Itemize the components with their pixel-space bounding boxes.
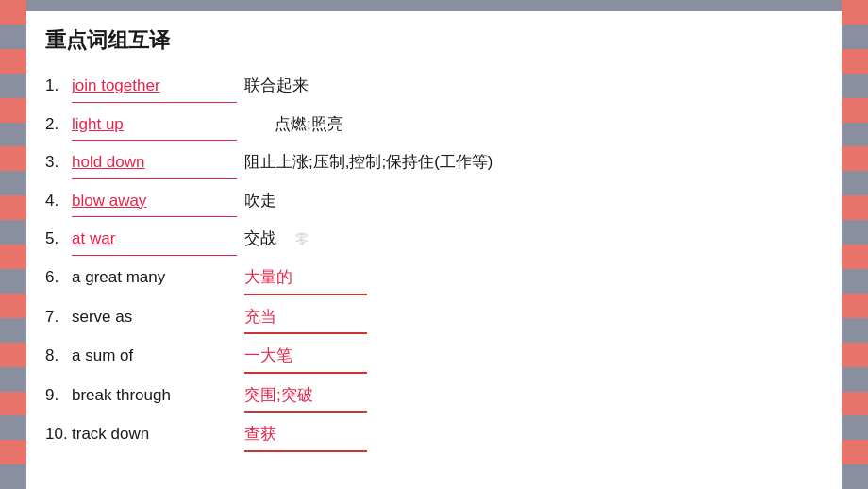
vocab-list: 1. join together 联合起来 2. light up 点燃;照亮 … <box>45 72 813 452</box>
right-border <box>842 0 868 489</box>
border-segment <box>842 123 868 147</box>
border-segment <box>842 220 868 244</box>
item-number: 7. <box>45 303 72 332</box>
page-title: 重点词组互译 <box>45 26 813 55</box>
list-item: 8. a sum of 一大笔 <box>45 342 813 374</box>
border-segment <box>842 464 868 489</box>
border-segment <box>842 294 868 318</box>
border-segment <box>0 392 26 416</box>
english-phrase: track down <box>72 420 237 449</box>
list-item: 6. a great many 大量的 <box>45 263 813 295</box>
border-segment <box>0 220 26 244</box>
english-phrase: join together <box>72 72 237 103</box>
chinese-answer: 查获 <box>244 420 367 452</box>
list-item: 9. break through 突围;突破 <box>45 381 813 413</box>
list-item: 7. serve as 充当 <box>45 303 813 335</box>
border-segment <box>0 464 26 489</box>
english-phrase: light up <box>72 110 237 142</box>
item-number: 1. <box>45 72 72 101</box>
item-number: 3. <box>45 148 72 177</box>
border-segment <box>842 146 868 171</box>
english-phrase: hold down <box>72 148 237 179</box>
chinese-translation: 联合起来 <box>244 72 309 101</box>
border-segment <box>0 123 26 147</box>
border-segment <box>842 195 868 220</box>
border-segment <box>0 367 26 392</box>
border-segment <box>0 25 26 49</box>
border-segment <box>842 171 868 195</box>
chinese-answer: 大量的 <box>244 263 367 295</box>
english-phrase: blow away <box>72 187 237 218</box>
border-segment <box>842 74 868 98</box>
chinese-answer: 突围;突破 <box>244 381 367 413</box>
chinese-translation: 阻止上涨;压制,控制;保持住(工作等) <box>244 148 493 177</box>
item-number: 10. <box>45 420 72 449</box>
english-phrase: a great many <box>72 263 237 293</box>
item-number: 9. <box>45 381 72 411</box>
item-number: 4. <box>45 187 72 216</box>
border-segment <box>0 440 26 464</box>
list-item: 2. light up 点燃;照亮 <box>45 110 813 142</box>
chinese-translation: 交战 <box>244 225 276 254</box>
border-segment <box>842 0 868 25</box>
border-segment <box>842 367 868 392</box>
chinese-answer: 充当 <box>244 303 367 335</box>
page-container: 重点词组互译 1. join together 联合起来 2. light up… <box>0 0 868 489</box>
item-number: 2. <box>45 110 72 140</box>
border-segment <box>0 74 26 98</box>
list-item: 5. at war 交战 零 <box>45 225 813 256</box>
border-segment <box>842 244 868 269</box>
english-phrase: a sum of <box>72 342 237 371</box>
english-phrase: at war <box>72 225 237 256</box>
chinese-answer: 一大笔 <box>244 342 367 374</box>
border-segment <box>0 294 26 318</box>
border-segment <box>0 343 26 367</box>
border-segment <box>0 415 26 440</box>
border-segment <box>0 98 26 123</box>
border-segment <box>0 171 26 195</box>
list-item: 10. track down 查获 <box>45 420 813 452</box>
border-segment <box>842 98 868 123</box>
border-segment <box>842 392 868 416</box>
border-segment <box>842 343 868 367</box>
faint-annotation: 零 <box>295 228 309 251</box>
border-segment <box>842 49 868 74</box>
border-segment <box>842 440 868 464</box>
border-segment <box>842 25 868 49</box>
item-number: 6. <box>45 263 72 293</box>
chinese-translation: 吹走 <box>244 187 276 216</box>
item-number: 5. <box>45 225 72 254</box>
list-item: 1. join together 联合起来 <box>45 72 813 103</box>
border-segment <box>0 244 26 269</box>
list-item: 4. blow away 吹走 <box>45 187 813 218</box>
main-content: 重点词组互译 1. join together 联合起来 2. light up… <box>26 0 842 489</box>
border-segment <box>842 415 868 440</box>
border-segment <box>0 269 26 294</box>
border-segment <box>0 0 26 25</box>
chinese-translation: 点燃;照亮 <box>275 110 343 140</box>
border-segment <box>0 49 26 74</box>
english-phrase: break through <box>72 381 237 411</box>
english-phrase: serve as <box>72 303 237 332</box>
border-segment <box>0 146 26 171</box>
border-segment <box>842 269 868 294</box>
item-number: 8. <box>45 342 72 371</box>
border-segment <box>0 318 26 343</box>
list-item: 3. hold down 阻止上涨;压制,控制;保持住(工作等) <box>45 148 813 179</box>
left-border <box>0 0 26 489</box>
border-segment <box>842 318 868 343</box>
border-segment <box>0 195 26 220</box>
